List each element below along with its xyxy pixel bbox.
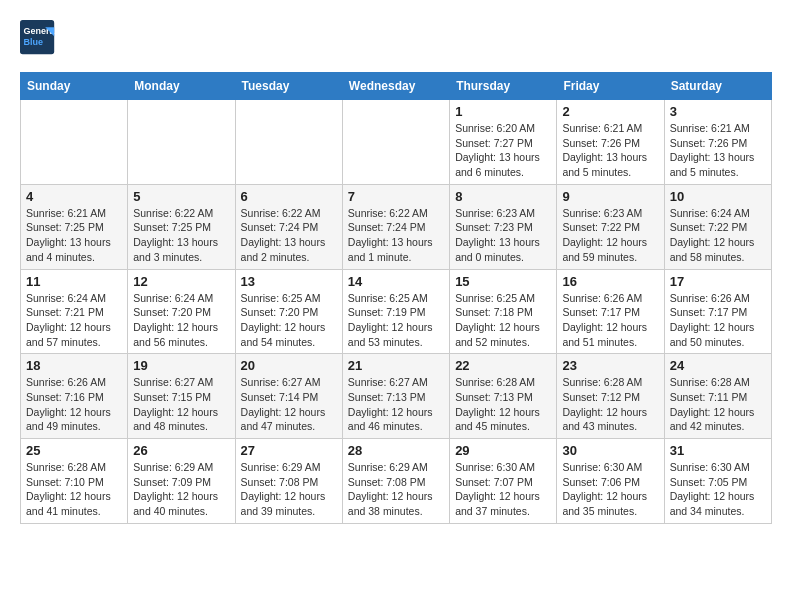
day-info: Sunrise: 6:28 AMSunset: 7:11 PMDaylight:… xyxy=(670,375,766,434)
calendar-cell: 19Sunrise: 6:27 AMSunset: 7:15 PMDayligh… xyxy=(128,354,235,439)
calendar-cell: 23Sunrise: 6:28 AMSunset: 7:12 PMDayligh… xyxy=(557,354,664,439)
day-number: 2 xyxy=(562,104,658,119)
calendar-cell: 3Sunrise: 6:21 AMSunset: 7:26 PMDaylight… xyxy=(664,100,771,185)
weekday-header-thursday: Thursday xyxy=(450,73,557,100)
day-number: 24 xyxy=(670,358,766,373)
weekday-header-monday: Monday xyxy=(128,73,235,100)
calendar-cell: 22Sunrise: 6:28 AMSunset: 7:13 PMDayligh… xyxy=(450,354,557,439)
day-info: Sunrise: 6:21 AMSunset: 7:26 PMDaylight:… xyxy=(562,121,658,180)
day-info: Sunrise: 6:28 AMSunset: 7:10 PMDaylight:… xyxy=(26,460,122,519)
page-header: General Blue xyxy=(20,20,772,56)
day-number: 30 xyxy=(562,443,658,458)
day-number: 20 xyxy=(241,358,337,373)
day-number: 7 xyxy=(348,189,444,204)
day-number: 22 xyxy=(455,358,551,373)
day-info: Sunrise: 6:30 AMSunset: 7:07 PMDaylight:… xyxy=(455,460,551,519)
calendar-cell: 15Sunrise: 6:25 AMSunset: 7:18 PMDayligh… xyxy=(450,269,557,354)
calendar-cell: 30Sunrise: 6:30 AMSunset: 7:06 PMDayligh… xyxy=(557,439,664,524)
calendar-week-row: 1Sunrise: 6:20 AMSunset: 7:27 PMDaylight… xyxy=(21,100,772,185)
weekday-header-sunday: Sunday xyxy=(21,73,128,100)
calendar-cell: 29Sunrise: 6:30 AMSunset: 7:07 PMDayligh… xyxy=(450,439,557,524)
day-info: Sunrise: 6:26 AMSunset: 7:17 PMDaylight:… xyxy=(562,291,658,350)
weekday-header-row: SundayMondayTuesdayWednesdayThursdayFrid… xyxy=(21,73,772,100)
svg-text:Blue: Blue xyxy=(24,37,44,47)
day-info: Sunrise: 6:22 AMSunset: 7:24 PMDaylight:… xyxy=(241,206,337,265)
day-info: Sunrise: 6:26 AMSunset: 7:17 PMDaylight:… xyxy=(670,291,766,350)
day-number: 15 xyxy=(455,274,551,289)
day-info: Sunrise: 6:27 AMSunset: 7:13 PMDaylight:… xyxy=(348,375,444,434)
day-info: Sunrise: 6:25 AMSunset: 7:20 PMDaylight:… xyxy=(241,291,337,350)
day-number: 4 xyxy=(26,189,122,204)
calendar-cell xyxy=(342,100,449,185)
calendar-cell: 18Sunrise: 6:26 AMSunset: 7:16 PMDayligh… xyxy=(21,354,128,439)
calendar-cell: 28Sunrise: 6:29 AMSunset: 7:08 PMDayligh… xyxy=(342,439,449,524)
day-info: Sunrise: 6:30 AMSunset: 7:06 PMDaylight:… xyxy=(562,460,658,519)
calendar-cell: 17Sunrise: 6:26 AMSunset: 7:17 PMDayligh… xyxy=(664,269,771,354)
day-number: 3 xyxy=(670,104,766,119)
day-number: 26 xyxy=(133,443,229,458)
day-number: 17 xyxy=(670,274,766,289)
calendar-cell: 1Sunrise: 6:20 AMSunset: 7:27 PMDaylight… xyxy=(450,100,557,185)
weekday-header-saturday: Saturday xyxy=(664,73,771,100)
day-info: Sunrise: 6:27 AMSunset: 7:14 PMDaylight:… xyxy=(241,375,337,434)
calendar-cell: 21Sunrise: 6:27 AMSunset: 7:13 PMDayligh… xyxy=(342,354,449,439)
day-info: Sunrise: 6:21 AMSunset: 7:25 PMDaylight:… xyxy=(26,206,122,265)
calendar-week-row: 4Sunrise: 6:21 AMSunset: 7:25 PMDaylight… xyxy=(21,184,772,269)
calendar-cell: 25Sunrise: 6:28 AMSunset: 7:10 PMDayligh… xyxy=(21,439,128,524)
calendar-cell: 11Sunrise: 6:24 AMSunset: 7:21 PMDayligh… xyxy=(21,269,128,354)
calendar-cell: 7Sunrise: 6:22 AMSunset: 7:24 PMDaylight… xyxy=(342,184,449,269)
weekday-header-tuesday: Tuesday xyxy=(235,73,342,100)
calendar-cell: 12Sunrise: 6:24 AMSunset: 7:20 PMDayligh… xyxy=(128,269,235,354)
day-number: 18 xyxy=(26,358,122,373)
day-info: Sunrise: 6:27 AMSunset: 7:15 PMDaylight:… xyxy=(133,375,229,434)
calendar-cell: 20Sunrise: 6:27 AMSunset: 7:14 PMDayligh… xyxy=(235,354,342,439)
calendar-cell xyxy=(128,100,235,185)
calendar-cell: 16Sunrise: 6:26 AMSunset: 7:17 PMDayligh… xyxy=(557,269,664,354)
day-number: 14 xyxy=(348,274,444,289)
day-number: 31 xyxy=(670,443,766,458)
day-number: 8 xyxy=(455,189,551,204)
calendar-cell: 6Sunrise: 6:22 AMSunset: 7:24 PMDaylight… xyxy=(235,184,342,269)
day-info: Sunrise: 6:29 AMSunset: 7:09 PMDaylight:… xyxy=(133,460,229,519)
day-number: 25 xyxy=(26,443,122,458)
day-info: Sunrise: 6:20 AMSunset: 7:27 PMDaylight:… xyxy=(455,121,551,180)
calendar-week-row: 25Sunrise: 6:28 AMSunset: 7:10 PMDayligh… xyxy=(21,439,772,524)
day-number: 12 xyxy=(133,274,229,289)
day-info: Sunrise: 6:23 AMSunset: 7:23 PMDaylight:… xyxy=(455,206,551,265)
calendar-cell: 10Sunrise: 6:24 AMSunset: 7:22 PMDayligh… xyxy=(664,184,771,269)
calendar-table: SundayMondayTuesdayWednesdayThursdayFrid… xyxy=(20,72,772,524)
calendar-cell: 5Sunrise: 6:22 AMSunset: 7:25 PMDaylight… xyxy=(128,184,235,269)
day-info: Sunrise: 6:24 AMSunset: 7:20 PMDaylight:… xyxy=(133,291,229,350)
day-number: 9 xyxy=(562,189,658,204)
weekday-header-friday: Friday xyxy=(557,73,664,100)
day-info: Sunrise: 6:22 AMSunset: 7:24 PMDaylight:… xyxy=(348,206,444,265)
logo: General Blue xyxy=(20,20,56,56)
calendar-cell: 4Sunrise: 6:21 AMSunset: 7:25 PMDaylight… xyxy=(21,184,128,269)
calendar-cell: 9Sunrise: 6:23 AMSunset: 7:22 PMDaylight… xyxy=(557,184,664,269)
day-number: 11 xyxy=(26,274,122,289)
day-number: 16 xyxy=(562,274,658,289)
calendar-cell xyxy=(235,100,342,185)
day-number: 13 xyxy=(241,274,337,289)
day-number: 6 xyxy=(241,189,337,204)
calendar-cell: 14Sunrise: 6:25 AMSunset: 7:19 PMDayligh… xyxy=(342,269,449,354)
calendar-cell: 26Sunrise: 6:29 AMSunset: 7:09 PMDayligh… xyxy=(128,439,235,524)
day-info: Sunrise: 6:28 AMSunset: 7:13 PMDaylight:… xyxy=(455,375,551,434)
day-info: Sunrise: 6:24 AMSunset: 7:22 PMDaylight:… xyxy=(670,206,766,265)
day-number: 5 xyxy=(133,189,229,204)
day-number: 27 xyxy=(241,443,337,458)
day-info: Sunrise: 6:21 AMSunset: 7:26 PMDaylight:… xyxy=(670,121,766,180)
day-number: 19 xyxy=(133,358,229,373)
calendar-cell: 13Sunrise: 6:25 AMSunset: 7:20 PMDayligh… xyxy=(235,269,342,354)
calendar-cell: 2Sunrise: 6:21 AMSunset: 7:26 PMDaylight… xyxy=(557,100,664,185)
day-info: Sunrise: 6:26 AMSunset: 7:16 PMDaylight:… xyxy=(26,375,122,434)
logo-icon: General Blue xyxy=(20,20,56,56)
day-number: 28 xyxy=(348,443,444,458)
day-number: 1 xyxy=(455,104,551,119)
day-info: Sunrise: 6:25 AMSunset: 7:18 PMDaylight:… xyxy=(455,291,551,350)
calendar-cell: 8Sunrise: 6:23 AMSunset: 7:23 PMDaylight… xyxy=(450,184,557,269)
weekday-header-wednesday: Wednesday xyxy=(342,73,449,100)
calendar-week-row: 18Sunrise: 6:26 AMSunset: 7:16 PMDayligh… xyxy=(21,354,772,439)
day-info: Sunrise: 6:30 AMSunset: 7:05 PMDaylight:… xyxy=(670,460,766,519)
calendar-week-row: 11Sunrise: 6:24 AMSunset: 7:21 PMDayligh… xyxy=(21,269,772,354)
